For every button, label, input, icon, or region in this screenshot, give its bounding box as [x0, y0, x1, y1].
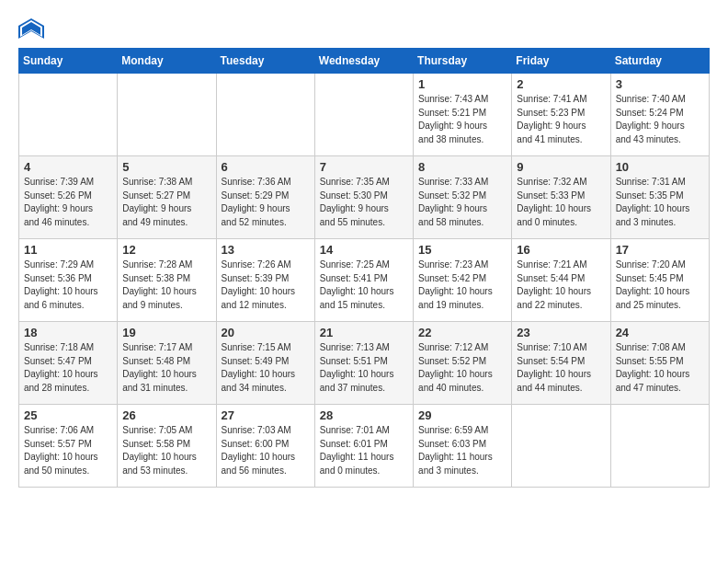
- day-info: Sunrise: 7:05 AM Sunset: 5:58 PM Dayligh…: [122, 424, 210, 477]
- day-number: 4: [24, 160, 112, 174]
- calendar-cell: [512, 405, 610, 488]
- calendar-cell: 20Sunrise: 7:15 AM Sunset: 5:49 PM Dayli…: [216, 322, 314, 405]
- calendar-cell: 24Sunrise: 7:08 AM Sunset: 5:55 PM Dayli…: [610, 322, 709, 405]
- day-info: Sunrise: 7:08 AM Sunset: 5:55 PM Dayligh…: [616, 341, 704, 395]
- weekday-header-tuesday: Tuesday: [216, 49, 314, 74]
- day-info: Sunrise: 7:39 AM Sunset: 5:26 PM Dayligh…: [24, 176, 112, 229]
- calendar-cell: 23Sunrise: 7:10 AM Sunset: 5:54 PM Dayli…: [512, 322, 610, 405]
- week-row-1: 1Sunrise: 7:43 AM Sunset: 5:21 PM Daylig…: [19, 74, 710, 156]
- logo: [18, 18, 48, 39]
- day-info: Sunrise: 7:26 AM Sunset: 5:39 PM Dayligh…: [222, 259, 310, 312]
- day-number: 29: [418, 408, 506, 422]
- day-number: 24: [616, 326, 704, 339]
- day-info: Sunrise: 7:01 AM Sunset: 6:01 PM Dayligh…: [320, 424, 408, 477]
- calendar-cell: 19Sunrise: 7:17 AM Sunset: 5:48 PM Dayli…: [118, 322, 216, 405]
- day-info: Sunrise: 7:33 AM Sunset: 5:32 PM Dayligh…: [418, 176, 506, 229]
- weekday-header-wednesday: Wednesday: [314, 49, 413, 74]
- day-number: 13: [222, 243, 310, 257]
- calendar-cell: 6Sunrise: 7:36 AM Sunset: 5:29 PM Daylig…: [216, 156, 314, 239]
- calendar-cell: 2Sunrise: 7:41 AM Sunset: 5:23 PM Daylig…: [512, 74, 610, 156]
- day-number: 16: [517, 243, 605, 257]
- calendar-cell: [118, 74, 216, 156]
- day-info: Sunrise: 7:17 AM Sunset: 5:48 PM Dayligh…: [122, 341, 210, 395]
- day-number: 28: [320, 408, 408, 422]
- day-number: 20: [222, 326, 310, 339]
- day-number: 2: [517, 77, 605, 91]
- day-number: 17: [616, 243, 704, 257]
- calendar-cell: 21Sunrise: 7:13 AM Sunset: 5:51 PM Dayli…: [314, 322, 413, 405]
- calendar-table: SundayMondayTuesdayWednesdayThursdayFrid…: [18, 48, 710, 488]
- calendar-cell: 27Sunrise: 7:03 AM Sunset: 6:00 PM Dayli…: [216, 405, 314, 488]
- calendar-cell: [19, 74, 118, 156]
- day-number: 15: [418, 243, 506, 257]
- logo-icon: [18, 18, 44, 39]
- day-info: Sunrise: 7:12 AM Sunset: 5:52 PM Dayligh…: [418, 341, 506, 395]
- calendar-cell: 28Sunrise: 7:01 AM Sunset: 6:01 PM Dayli…: [314, 405, 413, 488]
- calendar-cell: 12Sunrise: 7:28 AM Sunset: 5:38 PM Dayli…: [118, 239, 216, 322]
- day-number: 7: [320, 160, 408, 174]
- calendar-cell: 29Sunrise: 6:59 AM Sunset: 6:03 PM Dayli…: [414, 405, 512, 488]
- calendar-cell: 25Sunrise: 7:06 AM Sunset: 5:57 PM Dayli…: [19, 405, 118, 488]
- day-number: 6: [222, 160, 310, 174]
- day-info: Sunrise: 7:15 AM Sunset: 5:49 PM Dayligh…: [222, 341, 310, 395]
- calendar-cell: [610, 405, 709, 488]
- day-info: Sunrise: 7:40 AM Sunset: 5:24 PM Dayligh…: [616, 93, 704, 146]
- day-info: Sunrise: 7:29 AM Sunset: 5:36 PM Dayligh…: [24, 259, 112, 312]
- day-info: Sunrise: 7:25 AM Sunset: 5:41 PM Dayligh…: [320, 259, 408, 312]
- calendar-cell: 3Sunrise: 7:40 AM Sunset: 5:24 PM Daylig…: [610, 74, 709, 156]
- day-number: 19: [122, 326, 210, 339]
- day-info: Sunrise: 7:20 AM Sunset: 5:45 PM Dayligh…: [616, 259, 704, 312]
- day-info: Sunrise: 7:03 AM Sunset: 6:00 PM Dayligh…: [222, 424, 310, 477]
- day-number: 5: [122, 160, 210, 174]
- calendar-cell: 26Sunrise: 7:05 AM Sunset: 5:58 PM Dayli…: [118, 405, 216, 488]
- day-info: Sunrise: 7:10 AM Sunset: 5:54 PM Dayligh…: [517, 341, 605, 395]
- calendar-cell: 11Sunrise: 7:29 AM Sunset: 5:36 PM Dayli…: [19, 239, 118, 322]
- day-info: Sunrise: 7:18 AM Sunset: 5:47 PM Dayligh…: [24, 341, 112, 395]
- week-row-4: 18Sunrise: 7:18 AM Sunset: 5:47 PM Dayli…: [19, 322, 710, 405]
- day-info: Sunrise: 7:21 AM Sunset: 5:44 PM Dayligh…: [517, 259, 605, 312]
- weekday-header-thursday: Thursday: [414, 49, 512, 74]
- calendar-cell: 13Sunrise: 7:26 AM Sunset: 5:39 PM Dayli…: [216, 239, 314, 322]
- calendar-cell: 9Sunrise: 7:32 AM Sunset: 5:33 PM Daylig…: [512, 156, 610, 239]
- day-number: 10: [616, 160, 704, 174]
- week-row-2: 4Sunrise: 7:39 AM Sunset: 5:26 PM Daylig…: [19, 156, 710, 239]
- day-info: Sunrise: 7:23 AM Sunset: 5:42 PM Dayligh…: [418, 259, 506, 312]
- day-info: Sunrise: 7:35 AM Sunset: 5:30 PM Dayligh…: [320, 176, 408, 229]
- weekday-header-row: SundayMondayTuesdayWednesdayThursdayFrid…: [19, 49, 710, 74]
- calendar-cell: 7Sunrise: 7:35 AM Sunset: 5:30 PM Daylig…: [314, 156, 413, 239]
- day-number: 22: [418, 326, 506, 339]
- calendar-cell: 14Sunrise: 7:25 AM Sunset: 5:41 PM Dayli…: [314, 239, 413, 322]
- calendar-cell: 17Sunrise: 7:20 AM Sunset: 5:45 PM Dayli…: [610, 239, 709, 322]
- weekday-header-saturday: Saturday: [610, 49, 709, 74]
- day-info: Sunrise: 7:13 AM Sunset: 5:51 PM Dayligh…: [320, 341, 408, 395]
- calendar-cell: 15Sunrise: 7:23 AM Sunset: 5:42 PM Dayli…: [414, 239, 512, 322]
- calendar-cell: 4Sunrise: 7:39 AM Sunset: 5:26 PM Daylig…: [19, 156, 118, 239]
- day-number: 27: [222, 408, 310, 422]
- calendar-cell: [314, 74, 413, 156]
- weekday-header-friday: Friday: [512, 49, 610, 74]
- weekday-header-sunday: Sunday: [19, 49, 118, 74]
- day-number: 23: [517, 326, 605, 339]
- day-number: 3: [616, 77, 704, 91]
- day-info: Sunrise: 7:41 AM Sunset: 5:23 PM Dayligh…: [517, 93, 605, 146]
- day-info: Sunrise: 7:06 AM Sunset: 5:57 PM Dayligh…: [24, 424, 112, 477]
- page-header: [18, 18, 710, 39]
- day-info: Sunrise: 7:31 AM Sunset: 5:35 PM Dayligh…: [616, 176, 704, 229]
- day-info: Sunrise: 7:36 AM Sunset: 5:29 PM Dayligh…: [222, 176, 310, 229]
- calendar-cell: 16Sunrise: 7:21 AM Sunset: 5:44 PM Dayli…: [512, 239, 610, 322]
- day-info: Sunrise: 7:38 AM Sunset: 5:27 PM Dayligh…: [122, 176, 210, 229]
- calendar-cell: 1Sunrise: 7:43 AM Sunset: 5:21 PM Daylig…: [414, 74, 512, 156]
- day-number: 9: [517, 160, 605, 174]
- day-number: 14: [320, 243, 408, 257]
- day-number: 1: [418, 77, 506, 91]
- week-row-5: 25Sunrise: 7:06 AM Sunset: 5:57 PM Dayli…: [19, 405, 710, 488]
- day-number: 8: [418, 160, 506, 174]
- day-info: Sunrise: 6:59 AM Sunset: 6:03 PM Dayligh…: [418, 424, 506, 477]
- calendar-cell: 18Sunrise: 7:18 AM Sunset: 5:47 PM Dayli…: [19, 322, 118, 405]
- weekday-header-monday: Monday: [118, 49, 216, 74]
- day-number: 11: [24, 243, 112, 257]
- day-info: Sunrise: 7:28 AM Sunset: 5:38 PM Dayligh…: [122, 259, 210, 312]
- day-number: 18: [24, 326, 112, 339]
- day-info: Sunrise: 7:43 AM Sunset: 5:21 PM Dayligh…: [418, 93, 506, 146]
- week-row-3: 11Sunrise: 7:29 AM Sunset: 5:36 PM Dayli…: [19, 239, 710, 322]
